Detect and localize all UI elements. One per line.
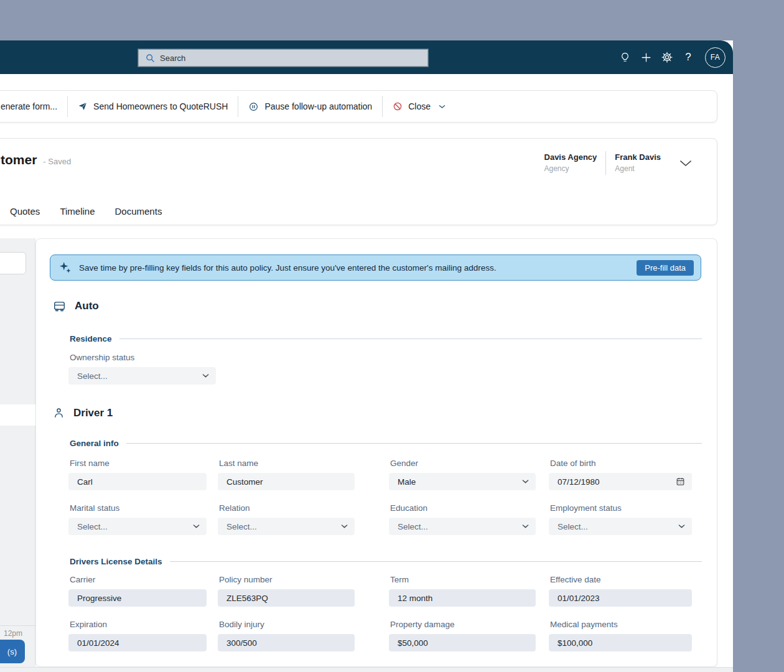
car-icon	[53, 301, 66, 312]
send-to-quoterush-button[interactable]: Send Homeowners to QuoteRUSH	[78, 101, 228, 111]
save-status: - Saved	[43, 157, 71, 166]
field-date-of-birth: Date of birth 07/12/1980	[549, 459, 692, 490]
header-actions: ? FA	[617, 40, 726, 74]
field-expiration: Expiration 01/01/2024	[68, 620, 207, 651]
field-education: Education Select...	[389, 503, 536, 535]
agency-name: Davis Agency	[544, 152, 597, 164]
field-bodily-injury: Bodily injury 300/500	[218, 620, 355, 651]
term-input[interactable]: 12 month	[389, 589, 536, 607]
generate-form-button[interactable]: enerate form...	[1, 101, 57, 111]
field-label: Marital status	[70, 503, 207, 513]
effective-date-input[interactable]: 01/01/2023	[549, 589, 692, 607]
page-title: tomer	[1, 152, 37, 167]
property-damage-input[interactable]: $50,000	[389, 634, 536, 651]
date-of-birth-input[interactable]: 07/12/1980	[549, 473, 692, 490]
block-icon	[393, 101, 403, 111]
medical-payments-input[interactable]: $100,000	[549, 634, 692, 651]
marital-status-select[interactable]: Select...	[68, 518, 207, 535]
employment-status-select[interactable]: Select...	[549, 518, 692, 535]
record-tabs: Quotes Timeline Documents	[10, 206, 162, 217]
close-button[interactable]: Close	[393, 101, 446, 111]
sidebar-active-item[interactable]	[0, 404, 35, 426]
chevron-down-icon	[522, 480, 529, 484]
residence-section-label: Residence	[70, 334, 112, 343]
bodily-injury-input[interactable]: 300/500	[218, 634, 355, 651]
driver-heading-label: Driver 1	[73, 407, 113, 419]
sidebar-action-button[interactable]: (s)	[0, 640, 25, 663]
license-section-label: Drivers License Details	[70, 557, 162, 566]
toolbar-divider	[238, 96, 238, 117]
field-label: Date of birth	[550, 459, 692, 468]
section-rule	[126, 443, 702, 444]
residence-section-header: Residence	[70, 334, 702, 343]
carrier-input[interactable]: Progressive	[68, 589, 207, 607]
send-icon	[78, 101, 88, 111]
toolbar-divider	[382, 96, 383, 117]
ownership-status-select[interactable]: Select...	[68, 367, 216, 385]
add-icon[interactable]	[638, 48, 654, 67]
agency-role: Agency	[544, 164, 597, 174]
last-name-input[interactable]: Customer	[218, 473, 355, 490]
field-term: Term 12 month	[389, 575, 536, 607]
search-input[interactable]: Search	[138, 49, 428, 67]
calendar-icon[interactable]	[676, 477, 685, 487]
field-label: Property damage	[390, 620, 536, 629]
chevron-down-icon	[202, 374, 209, 378]
policy-number-input[interactable]: ZLE563PQ	[218, 589, 355, 607]
top-header: Search ? FA	[0, 40, 733, 74]
field-policy-number: Policy number ZLE563PQ	[218, 575, 355, 607]
assignment-widget[interactable]: Davis Agency Agency Frank Davis Agent	[544, 151, 692, 175]
record-title-row: tomer - Saved	[1, 152, 71, 167]
general-info-section-label: General info	[70, 439, 119, 448]
field-first-name: First name Carl	[68, 459, 207, 490]
field-medical-payments: Medical payments $100,000	[549, 620, 692, 651]
agent-name: Frank Davis	[615, 152, 661, 164]
record-toolbar: enerate form... Send Homeowners to Quote…	[0, 90, 717, 123]
field-label: Gender	[390, 459, 536, 468]
license-section-header: Drivers License Details	[70, 557, 702, 566]
field-label: Employment status	[550, 503, 692, 513]
tab-documents[interactable]: Documents	[115, 206, 162, 217]
prefill-banner: Save time by pre-filling key fields for …	[50, 254, 701, 281]
field-carrier: Carrier Progressive	[68, 575, 207, 607]
section-rule	[119, 338, 702, 339]
field-last-name: Last name Customer	[218, 459, 355, 490]
first-name-input[interactable]: Carl	[68, 473, 207, 490]
field-label: Relation	[219, 503, 355, 513]
agent-role: Agent	[615, 164, 661, 174]
search-icon	[145, 53, 155, 63]
chevron-down-icon	[439, 105, 446, 109]
pause-button-label: Pause follow-up automation	[264, 101, 372, 111]
field-employment-status: Employment status Select...	[549, 503, 692, 535]
assignment-divider	[605, 151, 606, 175]
field-label: Medical payments	[550, 620, 692, 629]
field-label: Education	[390, 503, 536, 513]
chevron-down-icon[interactable]	[679, 160, 692, 167]
sparkles-icon	[59, 261, 72, 274]
record-header-card: tomer - Saved Davis Agency Agency Frank …	[0, 138, 717, 225]
tab-quotes[interactable]: Quotes	[10, 206, 40, 217]
field-property-damage: Property damage $50,000	[389, 620, 536, 651]
gender-select[interactable]: Male	[389, 473, 536, 490]
education-select[interactable]: Select...	[389, 518, 536, 535]
prefill-data-button[interactable]: Pre-fill data	[637, 260, 694, 276]
expiration-input[interactable]: 01/01/2024	[68, 634, 207, 651]
app-window: Search ? FA enerate form...	[0, 40, 733, 672]
pause-icon	[248, 101, 259, 112]
agent-assignment: Frank Davis Agent	[615, 152, 661, 174]
send-button-label: Send Homeowners to QuoteRUSH	[93, 101, 228, 111]
toolbar-divider	[67, 96, 68, 117]
window-bottom-edge	[0, 667, 733, 672]
tab-timeline[interactable]: Timeline	[60, 206, 95, 217]
settings-gear-icon[interactable]	[659, 48, 675, 67]
field-relation: Relation Select...	[218, 503, 355, 535]
relation-select[interactable]: Select...	[218, 518, 355, 535]
left-rail: 12pm (s)	[0, 238, 35, 667]
sidebar-search-box[interactable]	[0, 252, 26, 274]
help-icon[interactable]: ?	[680, 48, 696, 67]
prefill-message: Save time by pre-filling key fields for …	[79, 263, 496, 273]
search-placeholder: Search	[160, 54, 185, 63]
user-avatar[interactable]: FA	[705, 47, 726, 68]
pause-automation-button[interactable]: Pause follow-up automation	[248, 101, 372, 112]
lightbulb-icon[interactable]	[617, 48, 633, 67]
